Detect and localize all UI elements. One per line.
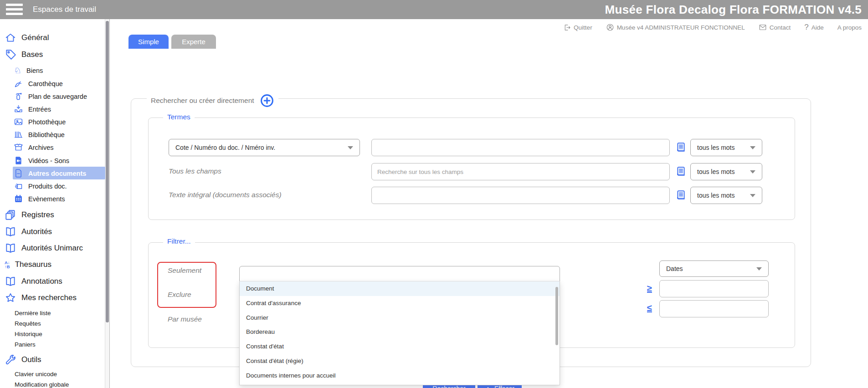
texte-integral-label: Texte intégral (documents associés)	[169, 191, 282, 199]
app-header: Espaces de travail Musée Flora Decalog F…	[0, 0, 868, 19]
envelope-icon	[759, 23, 767, 31]
sidebar-item-phototheque[interactable]: Photothèque	[14, 116, 66, 128]
chevron-down-icon	[348, 146, 353, 149]
doc-type-option-highlighted[interactable]: Document	[240, 281, 560, 296]
date-from-input[interactable]	[659, 280, 769, 297]
sidebar-item-registres[interactable]: Registres	[5, 209, 54, 221]
top-links-bar: Quitter Musée v4 ADMINISTRATEUR FONCTION…	[563, 23, 862, 32]
tab-experte[interactable]: Experte	[171, 35, 216, 49]
logout-icon	[563, 24, 571, 31]
workspace-label: Espaces de travail	[33, 0, 96, 19]
word-mode-dropdown-1[interactable]: tous les mots	[690, 139, 762, 156]
video-file-icon	[14, 156, 23, 165]
sidebar-item-produits-doc[interactable]: Produits doc.	[14, 180, 67, 192]
home-icon	[5, 32, 16, 44]
photo-icon	[14, 117, 23, 127]
app-title: Musée Flora Decalog Flora FORMATION v4.5	[605, 0, 862, 19]
termes-legend: Termes	[163, 113, 195, 121]
apropos-link[interactable]: A propos	[837, 24, 862, 31]
chevron-down-icon	[750, 146, 755, 149]
doc-type-option[interactable]: Courrier	[240, 311, 560, 325]
user-account-link[interactable]: Musée v4 ADMINISTRATEUR FONCTIONNEL	[606, 23, 745, 31]
wrench-icon	[5, 354, 16, 366]
sidebar-item-autorites-unimarc[interactable]: Autorités Unimarc	[5, 242, 83, 254]
index-lookup-icon[interactable]	[675, 166, 687, 177]
chevron-down-icon	[750, 170, 755, 174]
open-book-icon	[5, 276, 16, 287]
sidebar-item-autres-documents[interactable]: Autres documents	[14, 167, 86, 179]
document-file-icon	[14, 168, 23, 178]
doc-type-option[interactable]: Constat d'état	[240, 339, 560, 354]
sidebar-item-paniers[interactable]: Paniers	[15, 338, 36, 351]
dropdown-scrollbar-thumb[interactable]	[555, 287, 558, 345]
cote-numero-input[interactable]	[371, 139, 670, 156]
word-mode-dropdown-3[interactable]: tous les mots	[690, 187, 762, 204]
tab-simple[interactable]: Simple	[128, 35, 169, 49]
user-icon	[606, 23, 614, 31]
chevron-down-icon	[756, 267, 762, 271]
sidebar-item-autorites[interactable]: Autorités	[5, 225, 52, 238]
carrot-icon	[14, 79, 23, 88]
sidebar-item-annotations[interactable]: Annotations	[5, 275, 62, 287]
doc-type-option[interactable]: Bordereau	[240, 325, 560, 339]
library-icon	[14, 130, 23, 139]
texte-integral-input[interactable]	[371, 187, 670, 204]
tous-les-champs-label: Tous les champs	[169, 167, 221, 175]
sort-alpha-icon: A↓↑B	[5, 260, 10, 269]
sidebar-item-entrees[interactable]: Entrées	[14, 103, 51, 115]
fire-extinguisher-icon	[14, 92, 23, 101]
sidebar-item-modification-globale[interactable]: Modification globale	[15, 378, 69, 388]
sidebar-item-evenements[interactable]: Evènements	[14, 193, 65, 205]
sidebar-item-outils[interactable]: Outils	[5, 353, 41, 366]
quitter-link[interactable]: Quitter	[563, 24, 592, 31]
open-book-icon	[5, 226, 16, 238]
greater-equal-toggle[interactable]: ≥	[647, 283, 652, 294]
doc-type-option[interactable]: Documents internes pour accueil	[240, 368, 560, 383]
sidebar-item-thesaurus[interactable]: A↓↑B Thesaurus	[5, 258, 51, 271]
flora-application-window: Espaces de travail Musée Flora Decalog F…	[0, 0, 868, 388]
sidebar-item-bases[interactable]: Bases	[5, 48, 43, 61]
sidebar-scrollbar-thumb[interactable]	[106, 21, 109, 322]
question-mark-icon: ?	[804, 23, 808, 32]
calendar-icon	[14, 194, 23, 204]
chess-knight-icon: ♘	[14, 66, 21, 75]
dates-selector-dropdown[interactable]: Dates	[659, 260, 769, 277]
doc-type-option[interactable]: Constat d'état (régie)	[240, 354, 560, 368]
contact-link[interactable]: Contact	[759, 23, 791, 31]
eraser-icon	[485, 385, 491, 388]
doc-type-dropdown-list: Document Contrat d'assurance Courrier Bo…	[239, 281, 560, 385]
tag-icon	[5, 49, 16, 61]
paper-stack-icon	[14, 181, 23, 191]
registers-icon	[5, 209, 16, 221]
chevron-down-icon	[750, 194, 755, 197]
seulement-label[interactable]: Seulement	[168, 266, 201, 275]
field-selector-dropdown[interactable]: Cote / Numéro du doc. / Nméro inv.	[169, 139, 360, 156]
hamburger-menu-icon[interactable]	[6, 4, 23, 15]
open-book-icon	[5, 242, 16, 254]
word-mode-dropdown-2[interactable]: tous les mots	[690, 163, 762, 180]
add-circle-icon[interactable]	[260, 93, 274, 108]
par-musee-label: Par musée	[168, 315, 202, 323]
sidebar-item-videos-sons[interactable]: Vidéos - Sons	[14, 154, 69, 167]
date-to-input[interactable]	[659, 300, 769, 317]
sidebar-item-mes-recherches[interactable]: Mes recherches	[5, 291, 77, 304]
less-equal-toggle[interactable]: ≤	[647, 303, 652, 313]
tous-les-champs-input[interactable]	[371, 163, 670, 180]
aide-link[interactable]: ? Aide	[804, 23, 824, 32]
index-lookup-icon[interactable]	[675, 142, 687, 153]
index-lookup-icon[interactable]	[675, 189, 687, 201]
sidebar-item-archives[interactable]: Archives	[14, 141, 54, 153]
archive-box-icon	[14, 143, 23, 152]
star-icon	[5, 292, 16, 304]
inbox-arrow-icon	[14, 104, 23, 114]
doc-type-combobox-input[interactable]	[239, 266, 560, 281]
sidebar-item-biens[interactable]: ♘ Biens	[14, 64, 43, 77]
sidebar-item-carotheque[interactable]: Carothèque	[14, 77, 63, 90]
filtrer-legend: Filtrer...	[163, 237, 195, 245]
sidebar-item-bibliotheque[interactable]: Bibliothèque	[14, 128, 65, 141]
search-create-legend: Rechercher ou créer directement	[147, 93, 278, 108]
sidebar-item-general[interactable]: Général	[5, 31, 49, 44]
exclure-label[interactable]: Exclure	[168, 291, 191, 299]
sidebar-item-plan-de-sauvegarde[interactable]: Plan de sauvegarde	[14, 90, 87, 102]
doc-type-option[interactable]: Contrat d'assurance	[240, 296, 560, 311]
